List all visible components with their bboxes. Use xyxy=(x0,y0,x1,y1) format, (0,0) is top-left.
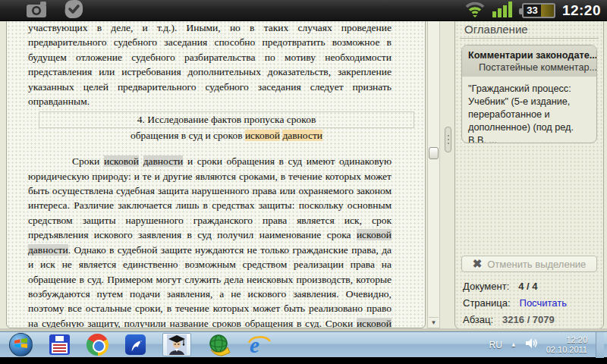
highlight-gray: давности xyxy=(143,155,184,167)
paragraph-counter-label: Абзац: xyxy=(463,314,493,325)
battery-icon: 33 xyxy=(522,3,555,18)
cancel-selection-label: Отменить выделение xyxy=(487,259,586,270)
camera-icon xyxy=(26,0,49,21)
paragraph-counter-row: Абзац: 3216 / 7079 xyxy=(463,312,599,326)
paragraph-counter-value: 3216 / 7079 xyxy=(502,314,555,325)
status-bar-clock: 12:20 xyxy=(562,2,601,19)
start-button[interactable] xyxy=(9,333,33,356)
cancel-selection-button[interactable]: ✖ Отменить выделение xyxy=(461,256,597,272)
cancel-x-icon: ✖ xyxy=(473,257,483,271)
comments-card-header: Комментарии законодате... Постатейные ко… xyxy=(462,46,596,77)
document-text: участвующих в деле, и т.д.). Иными, но в… xyxy=(7,21,425,328)
comments-card[interactable]: Комментарии законодате... Постатейные ко… xyxy=(461,45,597,143)
document-scrollbar[interactable]: ▼ xyxy=(427,21,440,328)
consultant-app-icon-active[interactable] xyxy=(162,333,191,356)
language-indicator[interactable]: RU xyxy=(489,340,502,350)
highlight-gray: исковой xyxy=(104,155,139,167)
tray-time: 12:20 xyxy=(546,335,587,345)
save-floppy-app-icon[interactable] xyxy=(49,334,70,355)
scrollbar-down-arrow[interactable]: ▼ xyxy=(429,317,439,327)
sidebar-panel: Оглавление Комментарии законодате... Пос… xyxy=(454,21,604,329)
page-counter-row: Страница: Посчитать xyxy=(463,296,599,309)
highlight-orange: давности xyxy=(282,130,322,141)
scrollbar-thumb[interactable] xyxy=(429,147,439,159)
android-status-bar: 33 12:20 xyxy=(0,0,607,21)
comments-card-title[interactable]: Комментарии законодате... xyxy=(468,50,590,61)
toc-header[interactable]: Оглавление xyxy=(455,23,603,36)
internet-explorer-app-icon[interactable]: e xyxy=(247,334,270,356)
windows-flag-icon xyxy=(14,337,28,352)
professor-glyph xyxy=(167,334,187,355)
panel-splitter-handle[interactable] xyxy=(445,127,451,152)
wifi-icon xyxy=(464,0,486,20)
page-counter-label: Страница: xyxy=(463,297,511,309)
document-counter-value: 4 / 4 xyxy=(518,281,537,292)
highlight-gray: исковой xyxy=(357,318,392,328)
floppy-label xyxy=(52,343,68,353)
paragraph-clipped-top: участвующих в деле, и т.д.). Иными, но в… xyxy=(28,21,392,108)
section-heading-line1: 4. Исследование фактов пропуска сроков xyxy=(39,111,414,127)
bird-glyph xyxy=(127,337,144,353)
battery-percent: 33 xyxy=(524,5,541,16)
comments-card-subtitle[interactable]: Постатейные комментар... xyxy=(468,62,590,73)
floppy-shutter xyxy=(55,336,64,341)
highlight-orange: исковой xyxy=(245,130,280,141)
section-heading-line2: обращения в суд и сроков исковой давност… xyxy=(39,128,414,143)
highlight-gray: исковой xyxy=(357,229,392,240)
download-master-app-icon[interactable] xyxy=(208,334,231,356)
highlight-gray: давности xyxy=(28,244,68,256)
document-counter-label: Документ: xyxy=(463,281,509,292)
comments-card-citation[interactable]: "Гражданский процесс: Учебник" (5-е изда… xyxy=(462,77,596,143)
tray-clock[interactable]: 12:20 02.10.2011 xyxy=(546,335,587,354)
section-heading: 4. Исследование фактов пропуска сроков о… xyxy=(39,111,414,143)
check-notification-icon xyxy=(64,0,84,22)
count-pages-link[interactable]: Посчитать xyxy=(520,297,567,309)
paragraph-main: Сроки исковой давности и сроки обращения… xyxy=(28,154,392,328)
reader-app-window: участвующих в деле, и т.д.). Иными, но в… xyxy=(0,21,607,331)
signal-bars-icon xyxy=(492,1,515,20)
screen: 33 12:20 участвующих в деле, и т.д.). Ин… xyxy=(0,0,607,364)
windows-taskbar: e RU ▲ 12:20 02.10.2011 xyxy=(0,331,607,357)
show-desktop-button[interactable] xyxy=(596,332,604,358)
bird-reader-app-icon[interactable] xyxy=(125,334,146,355)
document-panel[interactable]: участвующих в деле, и т.д.). Иными, но в… xyxy=(6,21,426,328)
toc-separator xyxy=(460,38,599,39)
volume-icon[interactable] xyxy=(525,337,538,352)
document-counter-row: Документ: 4 / 4 xyxy=(463,279,599,293)
tray-expand-arrow[interactable]: ▲ xyxy=(511,341,517,348)
tray-date: 02.10.2011 xyxy=(546,345,587,355)
chrome-app-icon[interactable] xyxy=(86,334,109,356)
